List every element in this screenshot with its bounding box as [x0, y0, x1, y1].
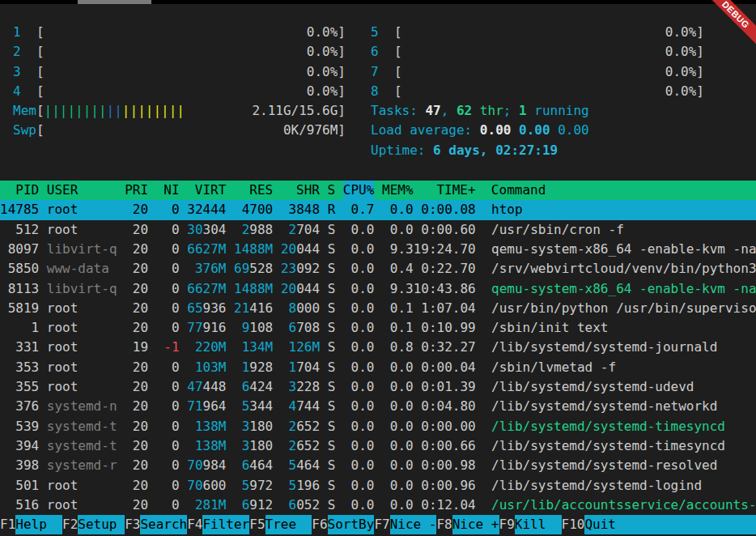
fkey-label-search[interactable]: Search	[140, 515, 187, 534]
cell-res: 6	[234, 457, 249, 473]
cell-virt: 916	[203, 320, 227, 335]
cpu-value: 0.0%	[307, 62, 338, 82]
process-row[interactable]: 394 systemd-t 20 0 138M 3180 2652 S 0.0 …	[0, 436, 756, 456]
mem-label: Mem	[13, 101, 36, 121]
cell-res: 344	[249, 398, 273, 414]
fkey-label-nice-[interactable]: Nice -	[390, 515, 437, 534]
function-key-bar: F1Help F2Setup F3SearchF4FilterF5Tree F6…	[0, 515, 756, 534]
cell-shr: 092	[296, 261, 320, 276]
process-rows: 14785 root 20 0 32444 4700 3848 R 0.7 0.…	[0, 200, 756, 515]
cell-cpu-percent: 0.0	[343, 398, 375, 414]
htop-header: 1[0.0%]2[0.0%]3[0.0%]4[0.0%] Mem[|||||||…	[0, 4, 756, 160]
fkey-label-sortby[interactable]: SortBy	[328, 515, 375, 534]
cell-state: S	[328, 241, 336, 257]
cell-ni: 0	[156, 261, 180, 276]
process-row[interactable]: 501 root 20 0 70600 5972 5196 S 0.0 0.0 …	[0, 476, 756, 496]
fkey-F7[interactable]: F7	[374, 515, 389, 534]
process-row[interactable]: 355 root 20 0 47448 6424 3228 S 0.0 0.0 …	[0, 377, 756, 397]
header-columns-right[interactable]: MEM% TIME+ Command	[374, 181, 756, 200]
fkey-label-nice-[interactable]: Nice +	[452, 515, 499, 534]
cell-pri: 20	[125, 241, 148, 257]
cell-res: 700	[249, 202, 273, 217]
cell-mem-percent: 0.0	[382, 438, 414, 453]
fkey-F8[interactable]: F8	[436, 515, 452, 534]
cell-virt: 30	[187, 222, 202, 237]
cell-time: 1:07.04	[414, 300, 476, 316]
bracket-close: ]	[696, 62, 704, 82]
process-row[interactable]: 398 systemd-r 20 0 70984 6464 5464 S 0.0…	[0, 456, 756, 475]
cell-state: S	[328, 438, 336, 453]
process-row[interactable]: 8097 libvirt-q 20 0 6627M 1488M 20044 S …	[0, 240, 756, 259]
cell-cpu-percent: 0.0	[343, 359, 375, 375]
process-row[interactable]: 539 systemd-t 20 0 138M 3180 2652 S 0.0 …	[0, 417, 756, 436]
cell-ni: 0	[156, 497, 180, 513]
fkey-F3[interactable]: F3	[125, 515, 140, 534]
cell-cpu-percent: 0.0	[343, 379, 375, 394]
bracket-open: [	[36, 23, 45, 42]
fkey-label-setup[interactable]: Setup	[78, 515, 125, 534]
process-row[interactable]: 331 root 19 -1 220M 134M 126M S 0.0 0.8 …	[0, 338, 756, 357]
fkey-F4[interactable]: F4	[187, 515, 202, 534]
cell-command: /lib/systemd/systemd-networkd	[491, 398, 717, 414]
fkey-F9[interactable]: F9	[499, 515, 515, 534]
process-row[interactable]: 512 root 20 0 30304 2988 2704 S 0.0 0.0 …	[0, 220, 756, 240]
process-row[interactable]: 8113 libvirt-q 20 0 6627M 1488M 20044 S …	[0, 279, 756, 299]
cell-virt: 448	[203, 379, 227, 394]
fkey-F1[interactable]: F1	[0, 515, 15, 534]
process-row[interactable]: 516 root 20 0 281M 6912 6052 S 0.0 0.0 0…	[0, 496, 756, 515]
cell-res: 180	[249, 419, 273, 434]
cell-pid: 1	[0, 320, 39, 335]
memory-usage-bars: ||||||||||||||||||	[45, 101, 185, 121]
cell-pri: 20	[125, 222, 148, 237]
process-row[interactable]: 14785 root 20 0 32444 4700 3848 R 0.7 0.…	[0, 200, 756, 219]
cpu-value: 0.0%	[665, 42, 697, 62]
cpu-label: 6	[371, 42, 394, 62]
cell-time: 0:12.04	[414, 497, 476, 513]
cell-virt: 6627M	[187, 241, 226, 257]
fkey-label-help[interactable]: Help	[15, 515, 62, 534]
cell-time: 0:00.60	[414, 222, 476, 237]
cell-virt: 70	[187, 478, 202, 493]
fkey-F2[interactable]: F2	[62, 515, 78, 534]
cell-ni: 0	[156, 438, 180, 453]
process-row[interactable]: 5850 www-data 20 0 376M 69528 23092 S 0.…	[0, 259, 756, 279]
cell-res: 928	[249, 359, 273, 375]
meters-left-column: 1[0.0%]2[0.0%]3[0.0%]4[0.0%] Mem[|||||||…	[13, 23, 346, 160]
cell-mem-percent: 0.1	[382, 300, 414, 316]
cell-res: 6	[234, 497, 249, 513]
cpu-label: 5	[371, 23, 394, 42]
cell-res: 3	[234, 438, 249, 453]
cell-shr: 196	[296, 478, 320, 493]
cell-time: 0:00.00	[414, 419, 476, 434]
scrollbar-handle[interactable]	[78, 0, 151, 4]
cell-command: /lib/systemd/systemd-timesyncd	[491, 419, 725, 434]
bracket-close: ]	[338, 62, 346, 82]
cell-user: systemd-n	[47, 398, 117, 414]
cell-state: S	[328, 320, 336, 335]
header-columns-left[interactable]: PID USER PRI NI VIRT RES SHR S	[0, 181, 343, 200]
cell-pri: 20	[125, 202, 148, 217]
fkey-label-kill[interactable]: Kill	[515, 515, 562, 534]
tasks-sep2: ;	[503, 103, 519, 118]
cell-user: root	[47, 300, 117, 316]
process-row[interactable]: 5819 root 20 0 65936 21416 8000 S 0.0 0.…	[0, 299, 756, 318]
cell-shr: 848	[296, 202, 320, 217]
fkey-label-filter[interactable]: Filter	[202, 515, 249, 534]
cell-cpu-percent: 0.0	[343, 300, 375, 316]
cell-command: /usr/sbin/cron -f	[491, 222, 624, 237]
fkey-F10[interactable]: F10	[562, 515, 585, 534]
bracket-open: [	[36, 62, 45, 82]
bracket-open: [	[36, 101, 45, 121]
header-sort-column-cpu[interactable]: CPU%	[343, 181, 375, 200]
process-row[interactable]: 353 root 20 0 103M 1928 1704 S 0.0 0.0 0…	[0, 358, 756, 377]
fkey-F6[interactable]: F6	[312, 515, 327, 534]
fkey-label-tree[interactable]: Tree	[265, 515, 312, 534]
cell-pri: 20	[125, 497, 148, 513]
process-row[interactable]: 376 systemd-n 20 0 71964 5344 4744 S 0.0…	[0, 397, 756, 416]
process-row[interactable]: 1 root 20 0 77916 9108 6708 S 0.0 0.1 0:…	[0, 318, 756, 338]
fkey-label-quit[interactable]: Quit	[584, 515, 756, 534]
fkey-F5[interactable]: F5	[249, 515, 265, 534]
cell-pid: 14785	[0, 202, 39, 217]
tasks-line: Tasks: 47, 62 thr; 1 running	[371, 101, 704, 121]
cell-shr: 4	[281, 398, 296, 414]
